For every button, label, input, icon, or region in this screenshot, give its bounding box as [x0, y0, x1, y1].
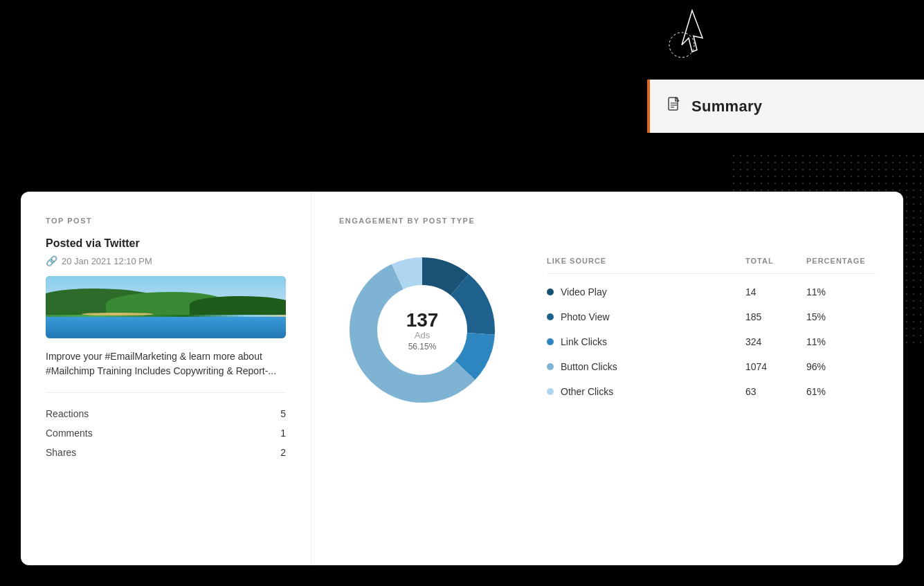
source-name: Photo View — [561, 311, 610, 322]
donut-label: Ads — [406, 330, 439, 340]
total-cell: 185 — [745, 311, 801, 322]
source-name: Button Clicks — [561, 361, 617, 372]
comments-label: Comments — [46, 428, 93, 439]
donut-chart: 137 Ads 56.15% — [339, 247, 505, 413]
col-header-source: LIKE SOURCE — [547, 257, 740, 265]
source-cell: Button Clicks — [547, 361, 740, 372]
engagement-section-title: ENGAGEMENT BY POST TYPE — [339, 217, 876, 225]
source-cell: Photo View — [547, 311, 740, 322]
post-text: Improve your #EmailMarketing & learn mor… — [46, 349, 286, 378]
shares-label: Shares — [46, 447, 76, 458]
engagement-panel: ENGAGEMENT BY POST TYPE — [311, 192, 903, 565]
table-header: LIKE SOURCE TOTAL PERCENTAGE — [547, 257, 876, 274]
source-name: Link Clicks — [561, 336, 607, 347]
source-name: Other Clicks — [561, 386, 613, 397]
source-name: Video Play — [561, 286, 607, 297]
col-header-pct: PERCENTAGE — [806, 257, 876, 265]
color-dot-icon — [547, 388, 554, 395]
cursor-decoration-icon — [654, 7, 709, 62]
reactions-value: 5 — [280, 408, 286, 419]
summary-label: Summary — [691, 98, 762, 116]
pct-cell: 11% — [806, 286, 876, 297]
post-date: 🔗 20 Jan 2021 12:10 PM — [46, 255, 286, 266]
divider — [46, 392, 286, 393]
reactions-label: Reactions — [46, 408, 89, 419]
color-dot-icon — [547, 289, 554, 295]
donut-center: 137 Ads 56.15% — [406, 309, 439, 351]
donut-number: 137 — [406, 309, 439, 331]
table-row: Button Clicks 1074 96% — [547, 354, 876, 379]
comments-value: 1 — [280, 428, 286, 439]
post-source: Posted via Twitter — [46, 237, 286, 250]
engagement-shares: Shares 2 — [46, 443, 286, 462]
table-row: Photo View 185 15% — [547, 304, 876, 329]
source-cell: Link Clicks — [547, 336, 740, 347]
pct-cell: 96% — [806, 361, 876, 372]
post-image — [46, 276, 286, 338]
source-cell: Video Play — [547, 286, 740, 297]
source-cell: Other Clicks — [547, 386, 740, 397]
total-cell: 14 — [745, 286, 801, 297]
pct-cell: 61% — [806, 386, 876, 397]
document-icon — [667, 97, 682, 116]
shares-value: 2 — [280, 447, 286, 458]
total-cell: 324 — [745, 336, 801, 347]
pct-cell: 15% — [806, 311, 876, 322]
main-card: TOP POST Posted via Twitter 🔗 20 Jan 202… — [21, 192, 903, 565]
table-row: Link Clicks 324 11% — [547, 329, 876, 354]
engagement-table: LIKE SOURCE TOTAL PERCENTAGE Video Play … — [547, 257, 876, 404]
color-dot-icon — [547, 363, 554, 370]
svg-rect-1 — [669, 98, 678, 110]
post-date-text: 20 Jan 2021 12:10 PM — [62, 256, 152, 266]
table-row: Other Clicks 63 61% — [547, 379, 876, 404]
pct-cell: 11% — [806, 336, 876, 347]
top-post-section-title: TOP POST — [46, 217, 286, 225]
top-black-area: Summary — [0, 0, 924, 194]
donut-percent: 56.15% — [406, 342, 439, 351]
table-row: Video Play 14 11% — [547, 280, 876, 304]
link-icon: 🔗 — [46, 255, 57, 266]
engagement-comments: Comments 1 — [46, 423, 286, 443]
col-header-total: TOTAL — [745, 257, 801, 265]
chart-area: 137 Ads 56.15% LIKE SOURCE TOTAL PERCENT… — [339, 247, 876, 413]
color-dot-icon — [547, 338, 554, 345]
color-dot-icon — [547, 313, 554, 320]
total-cell: 63 — [745, 386, 801, 397]
summary-tab[interactable]: Summary — [647, 80, 924, 133]
total-cell: 1074 — [745, 361, 801, 372]
top-post-panel: TOP POST Posted via Twitter 🔗 20 Jan 202… — [21, 192, 311, 565]
engagement-reactions: Reactions 5 — [46, 404, 286, 423]
